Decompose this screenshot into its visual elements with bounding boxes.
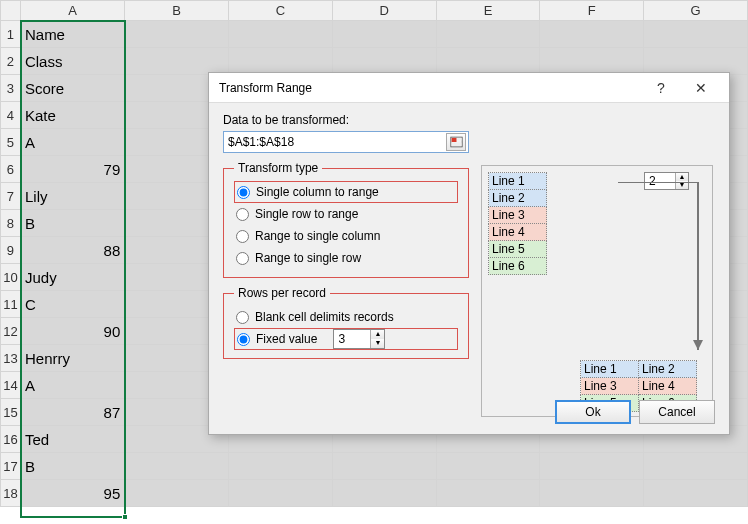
cell[interactable] <box>332 21 436 48</box>
cancel-button[interactable]: Cancel <box>639 400 715 424</box>
col-header-F[interactable]: F <box>540 1 644 21</box>
row-header-1[interactable]: 1 <box>1 21 21 48</box>
preview-src-cell: Line 6 <box>489 258 547 275</box>
cell-A15[interactable]: 87 <box>20 399 124 426</box>
cell-A7[interactable]: Lily <box>20 183 124 210</box>
row-header-9[interactable]: 9 <box>1 237 21 264</box>
cell[interactable] <box>644 453 748 480</box>
radio-fixed[interactable] <box>237 333 250 346</box>
selection-handle[interactable] <box>122 514 128 520</box>
cell-A12[interactable]: 90 <box>20 318 124 345</box>
row-header-12[interactable]: 12 <box>1 318 21 345</box>
row-header-5[interactable]: 5 <box>1 129 21 156</box>
ok-button[interactable]: Ok <box>555 400 631 424</box>
cell[interactable] <box>644 48 748 75</box>
spin-up-icon[interactable]: ▲ <box>676 173 688 181</box>
radio-blank[interactable] <box>236 311 249 324</box>
fixed-value-spinner[interactable]: ▲ ▼ <box>333 329 385 349</box>
col-header-D[interactable]: D <box>332 1 436 21</box>
range-input[interactable] <box>224 133 446 151</box>
col-header-B[interactable]: B <box>125 1 229 21</box>
cell[interactable] <box>125 48 229 75</box>
cell[interactable] <box>540 21 644 48</box>
cell-A8[interactable]: B <box>20 210 124 237</box>
cell[interactable] <box>332 480 436 507</box>
radio-col2range[interactable] <box>237 186 250 199</box>
row-header-3[interactable]: 3 <box>1 75 21 102</box>
opt-range-to-row[interactable]: Range to single row <box>234 247 458 269</box>
cell[interactable] <box>540 48 644 75</box>
cell[interactable] <box>229 21 333 48</box>
cell[interactable] <box>229 480 333 507</box>
close-button[interactable]: ✕ <box>681 74 721 102</box>
col-header-C[interactable]: C <box>229 1 333 21</box>
spin-down-icon[interactable]: ▼ <box>371 339 384 348</box>
opt-fixed-value[interactable]: Fixed value ▲ ▼ <box>234 328 458 350</box>
select-all-corner[interactable] <box>1 1 21 21</box>
col-header-G[interactable]: G <box>644 1 748 21</box>
cell-A13[interactable]: Henrry <box>20 345 124 372</box>
radio-range2col[interactable] <box>236 230 249 243</box>
opt-single-row-to-range[interactable]: Single row to range <box>234 203 458 225</box>
cell-A3[interactable]: Score <box>20 75 124 102</box>
cell-A6[interactable]: 79 <box>20 156 124 183</box>
row-header-14[interactable]: 14 <box>1 372 21 399</box>
cell[interactable] <box>540 480 644 507</box>
cell[interactable] <box>436 48 540 75</box>
dialog-title: Transform Range <box>219 81 641 95</box>
preview-spinner[interactable]: ▲ ▼ <box>644 172 689 190</box>
cell-A4[interactable]: Kate <box>20 102 124 129</box>
cell-A16[interactable]: Ted <box>20 426 124 453</box>
row-header-4[interactable]: 4 <box>1 102 21 129</box>
opt-single-col-to-range[interactable]: Single column to range <box>234 181 458 203</box>
cell-A17[interactable]: B <box>20 453 124 480</box>
row-header-6[interactable]: 6 <box>1 156 21 183</box>
opt-blank-delimits[interactable]: Blank cell delimits records <box>234 306 458 328</box>
row-header-13[interactable]: 13 <box>1 345 21 372</box>
cell[interactable] <box>540 453 644 480</box>
cell[interactable] <box>436 480 540 507</box>
col-header-A[interactable]: A <box>20 1 124 21</box>
row-header-16[interactable]: 16 <box>1 426 21 453</box>
radio-range2row[interactable] <box>236 252 249 265</box>
row-header-17[interactable]: 17 <box>1 453 21 480</box>
cell[interactable] <box>229 453 333 480</box>
cell[interactable] <box>436 453 540 480</box>
cell[interactable] <box>644 480 748 507</box>
cell[interactable] <box>125 21 229 48</box>
row-header-8[interactable]: 8 <box>1 210 21 237</box>
col-header-E[interactable]: E <box>436 1 540 21</box>
cell-A18[interactable]: 95 <box>20 480 124 507</box>
preview-res-cell: Line 3 <box>581 378 639 395</box>
cell[interactable] <box>125 453 229 480</box>
row-header-10[interactable]: 10 <box>1 264 21 291</box>
row-header-15[interactable]: 15 <box>1 399 21 426</box>
preview-spin-input[interactable] <box>645 173 675 189</box>
row-header-2[interactable]: 2 <box>1 48 21 75</box>
cell[interactable] <box>644 21 748 48</box>
range-picker-button[interactable] <box>446 133 466 151</box>
cell-A14[interactable]: A <box>20 372 124 399</box>
row-header-11[interactable]: 11 <box>1 291 21 318</box>
cell[interactable] <box>332 453 436 480</box>
cell-A10[interactable]: Judy <box>20 264 124 291</box>
cell-A11[interactable]: C <box>20 291 124 318</box>
spin-down-icon[interactable]: ▼ <box>676 181 688 189</box>
cell-A9[interactable]: 88 <box>20 237 124 264</box>
fixed-value-input[interactable] <box>334 330 370 348</box>
spin-up-icon[interactable]: ▲ <box>371 330 384 339</box>
cell-A2[interactable]: Class <box>20 48 124 75</box>
cell[interactable] <box>229 48 333 75</box>
cell[interactable] <box>436 21 540 48</box>
row-header-7[interactable]: 7 <box>1 183 21 210</box>
cell-A1[interactable]: Name <box>20 21 124 48</box>
dialog-titlebar[interactable]: Transform Range ? ✕ <box>209 73 729 103</box>
help-button[interactable]: ? <box>641 74 681 102</box>
cell[interactable] <box>125 480 229 507</box>
cell[interactable] <box>332 48 436 75</box>
opt-range-to-col[interactable]: Range to single column <box>234 225 458 247</box>
cell-A5[interactable]: A <box>20 129 124 156</box>
rows-per-record-legend: Rows per record <box>234 286 330 300</box>
row-header-18[interactable]: 18 <box>1 480 21 507</box>
radio-row2range[interactable] <box>236 208 249 221</box>
